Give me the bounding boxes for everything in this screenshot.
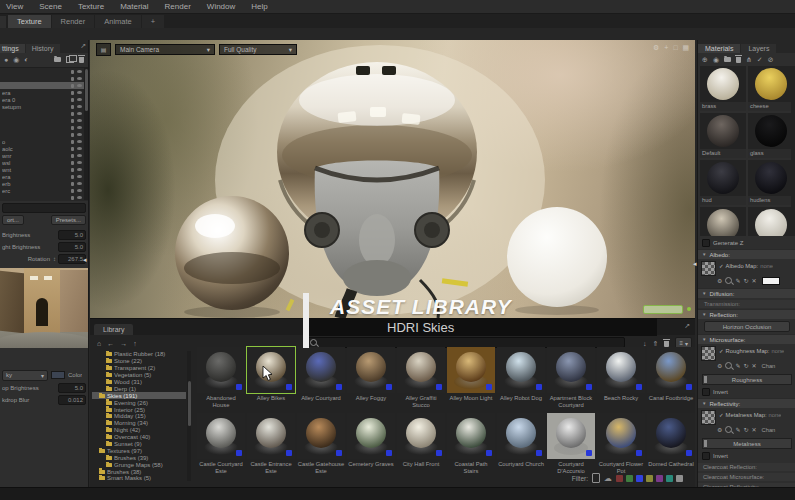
menu-window[interactable]: Window (207, 2, 235, 11)
search-icon[interactable] (725, 277, 732, 284)
doc-tab-+[interactable]: + (142, 15, 164, 28)
slider-handle[interactable] (704, 376, 707, 383)
lock-icon[interactable] (71, 119, 75, 123)
tree-item[interactable]: Interior (25) (92, 406, 186, 413)
eye-icon[interactable] (77, 126, 82, 130)
tree-item[interactable]: Brushes (38) (92, 468, 186, 475)
transmission-row[interactable]: Transmission: (698, 300, 795, 308)
tab-history[interactable]: History (26, 44, 60, 53)
close-icon[interactable]: ✕ (751, 277, 756, 284)
lock-icon[interactable] (71, 91, 75, 95)
section-collapsed[interactable]: Clearcoat Reflection: (698, 463, 795, 472)
split-view-icon[interactable]: ▦ (683, 44, 690, 52)
tree-item[interactable]: Skies (191) (92, 392, 186, 399)
rotation-stepper-icon[interactable]: ↕ (53, 256, 56, 262)
scene-list-scrollbar[interactable] (84, 67, 88, 200)
folder-icon[interactable] (54, 57, 61, 62)
tree-item[interactable]: Wood (31) (92, 379, 186, 386)
check-icon[interactable]: ✓ (719, 263, 724, 269)
scene-item[interactable]: setupm (0, 103, 88, 110)
tree-item[interactable]: Morning (34) (92, 420, 186, 427)
material-tile[interactable]: hudlens (748, 160, 794, 205)
scene-item[interactable] (0, 131, 88, 138)
asset-tile[interactable]: Courtyard Flower Pot (597, 413, 645, 476)
channel-select[interactable]: Chan (761, 363, 775, 369)
asset-tile[interactable]: Domed Cathedral (647, 413, 695, 476)
home-icon[interactable]: ⌂ (97, 340, 101, 347)
search-icon[interactable] (725, 426, 732, 433)
refresh-icon[interactable]: ↻ (743, 362, 748, 369)
refresh-icon[interactable]: ↻ (743, 277, 748, 284)
eye-icon[interactable] (77, 182, 82, 186)
eye-icon[interactable] (77, 119, 82, 123)
maximize-icon[interactable]: □ (673, 44, 677, 52)
scene-item[interactable] (0, 194, 88, 201)
tree-item[interactable]: Textures (97) (92, 447, 186, 454)
add-material-icon[interactable]: ⊕ (702, 56, 708, 64)
asset-tile[interactable]: Courtyard Church (497, 413, 545, 476)
channel-select[interactable]: Chan (761, 427, 775, 433)
scene-item[interactable] (0, 124, 88, 131)
material-tile[interactable]: cheese (748, 66, 794, 111)
close-icon[interactable]: ✕ (751, 362, 756, 369)
scene-item[interactable]: aolc (0, 145, 88, 152)
viewport-3d[interactable]: ▤ Main Camera ▾ Full Quality ▾ ⚙ + □ ▦ (90, 40, 695, 318)
trash-icon[interactable] (736, 57, 741, 63)
child-light-field[interactable]: 5.0 (58, 242, 86, 252)
lock-icon[interactable] (71, 84, 75, 88)
lock-icon[interactable] (71, 154, 75, 158)
tree-scrollbar[interactable] (187, 351, 191, 481)
tab-library[interactable]: Library (94, 324, 133, 335)
panel-collapse-icon[interactable]: ◂ (693, 260, 697, 268)
tree-item[interactable]: Brushes (39) (92, 454, 186, 461)
material-tile[interactable]: glass (748, 113, 794, 158)
asset-tile[interactable]: Castle Entrance Este (247, 413, 295, 476)
lock-icon[interactable] (71, 189, 75, 193)
tree-item[interactable]: Vegetation (5) (92, 372, 186, 379)
lock-icon[interactable] (71, 112, 75, 116)
eye-icon[interactable] (77, 70, 82, 74)
tab-layers[interactable]: Layers (741, 44, 776, 53)
apply-icon[interactable]: ✓ (757, 56, 763, 64)
lock-icon[interactable] (71, 133, 75, 137)
eye-icon[interactable] (77, 84, 82, 88)
eye-icon[interactable] (77, 105, 82, 109)
search-icon[interactable] (725, 362, 732, 369)
filter-color-swatch[interactable] (646, 475, 653, 482)
add-icon[interactable]: + (664, 44, 668, 52)
pencil-icon[interactable]: ✎ (735, 362, 740, 369)
lock-icon[interactable] (71, 70, 75, 74)
scene-item[interactable] (0, 75, 88, 82)
scene-item[interactable]: o (0, 138, 88, 145)
tree-item[interactable]: Derp (1) (92, 385, 186, 392)
asset-tile[interactable]: Beach Rocky (597, 347, 645, 410)
tab-settings[interactable]: ttings (0, 44, 25, 53)
tree-item[interactable]: Plastic Rubber (18) (92, 351, 186, 358)
generate-z-checkbox[interactable] (702, 239, 710, 247)
asset-tile[interactable]: Coastal Path Stairs (447, 413, 495, 476)
filter-color-swatch[interactable] (616, 475, 623, 482)
eye-icon[interactable] (77, 133, 82, 137)
doc-tab-render[interactable]: Render (52, 15, 95, 28)
camera-icon[interactable]: ▤ (96, 43, 111, 56)
eye-icon[interactable] (77, 140, 82, 144)
eye-icon[interactable] (77, 112, 82, 116)
asset-tile[interactable]: Alley Graffiti Stucco (397, 347, 445, 410)
tree-item[interactable]: Smart Masks (5) (92, 475, 186, 482)
trash-icon[interactable] (79, 57, 84, 63)
horizon-occlusion-button[interactable]: Horizon Occlusion (704, 321, 790, 332)
lock-icon[interactable] (71, 140, 75, 144)
material-tile[interactable] (748, 207, 794, 236)
link-icon[interactable]: ⋔ (746, 56, 752, 64)
roughness-map-slot[interactable] (701, 346, 716, 361)
filter-color-swatch[interactable] (626, 475, 633, 482)
scene-item[interactable] (0, 68, 88, 75)
menu-scene[interactable]: Scene (39, 2, 62, 11)
eye-icon[interactable] (77, 189, 82, 193)
camera-select[interactable]: Main Camera ▾ (115, 44, 215, 55)
check-icon[interactable]: ✓ (719, 348, 724, 354)
menu-texture[interactable]: Texture (78, 2, 104, 11)
albedo-map-slot[interactable] (701, 261, 716, 276)
sphere-icon[interactable]: ● (4, 56, 8, 63)
asset-tile[interactable]: City Hall Front (397, 413, 445, 476)
